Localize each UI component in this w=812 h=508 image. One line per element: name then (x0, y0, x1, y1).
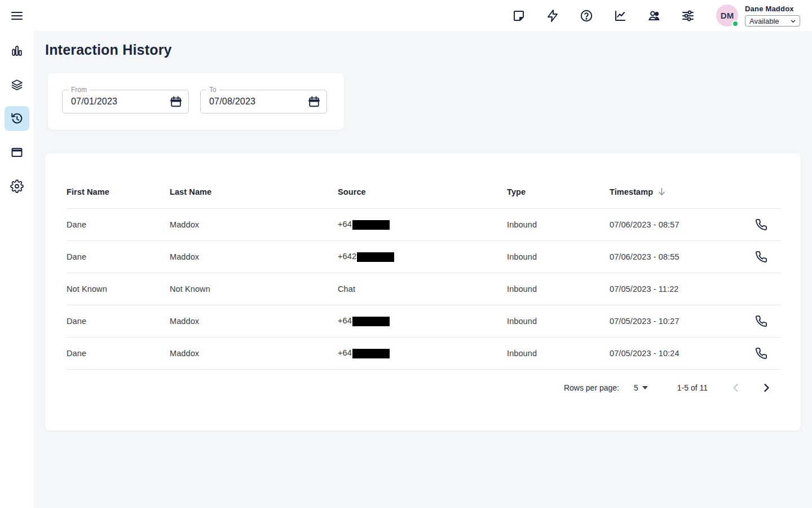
cell-timestamp: 07/05/2023 - 10:24 (610, 349, 731, 358)
cell-type: Inbound (507, 252, 610, 261)
status-select[interactable]: Available (745, 15, 800, 27)
cell-source: Chat (338, 284, 507, 294)
table-header-row: First Name Last Name Source Type Timesta… (67, 167, 781, 209)
user-area: DM Dane Maddox Available (716, 5, 800, 27)
topbar-icon-group (512, 9, 695, 23)
call-button[interactable] (755, 251, 767, 263)
cell-timestamp: 07/05/2023 - 10:27 (610, 317, 731, 326)
history-icon (10, 112, 24, 125)
phone-icon (755, 347, 767, 360)
cell-first-name: Not Known (67, 284, 170, 294)
redaction-box (352, 349, 390, 358)
cell-type: Inbound (507, 284, 610, 294)
table-row[interactable]: Dane Maddox +64 Inbound 07/06/2023 - 08:… (67, 209, 781, 241)
status-dot (732, 20, 739, 27)
avatar[interactable]: DM (716, 5, 738, 27)
table-row[interactable]: Dane Maddox +64 Inbound 07/05/2023 - 10:… (67, 338, 781, 370)
phone-icon (755, 315, 767, 327)
to-date-field[interactable]: To 07/08/2023 (200, 90, 327, 113)
cell-first-name: Dane (67, 252, 170, 261)
to-calendar-button[interactable] (308, 95, 320, 108)
to-date-label: To (206, 86, 219, 94)
from-date-value[interactable]: 07/01/2023 (71, 97, 117, 107)
cell-last-name: Maddox (170, 220, 338, 229)
cell-last-name: Maddox (170, 252, 338, 261)
calendar-icon (170, 95, 182, 108)
help-icon[interactable] (580, 9, 593, 23)
col-header-source[interactable]: Source (338, 187, 507, 196)
cell-first-name: Dane (67, 317, 170, 326)
phone-icon (755, 218, 767, 231)
cell-last-name: Maddox (170, 349, 338, 358)
next-page-button[interactable] (760, 381, 773, 395)
table-row[interactable]: Dane Maddox +64 Inbound 07/05/2023 - 10:… (67, 305, 781, 338)
chevron-left-icon (729, 381, 743, 395)
rows-per-page-select[interactable]: 5 (634, 383, 648, 392)
note-icon[interactable] (512, 9, 526, 23)
sort-desc-arrow-icon[interactable] (657, 187, 667, 196)
analytics-icon[interactable] (614, 9, 627, 23)
layers-icon (10, 78, 24, 91)
cell-source: +64 (338, 316, 507, 326)
bar-chart-icon (10, 44, 24, 58)
from-calendar-button[interactable] (170, 95, 182, 108)
top-bar: DM Dane Maddox Available (0, 0, 812, 31)
cell-source: +64 (338, 348, 507, 358)
phone-icon (755, 251, 767, 263)
cell-timestamp: 07/05/2023 - 11:22 (610, 284, 731, 294)
col-header-last-name[interactable]: Last Name (170, 187, 338, 196)
cell-type: Inbound (507, 317, 610, 326)
col-header-type[interactable]: Type (507, 187, 610, 196)
redaction-box (357, 252, 394, 262)
page-title: Interaction History (45, 42, 172, 58)
table-row[interactable]: Not Known Not Known Chat Inbound 07/05/2… (67, 273, 781, 305)
chevron-right-icon (760, 381, 773, 395)
avatar-initials: DM (721, 11, 734, 20)
window-icon (10, 146, 24, 159)
call-button[interactable] (755, 218, 767, 231)
rows-per-page-label: Rows per page: (564, 383, 619, 392)
status-select-value: Available (749, 17, 779, 25)
gear-icon (10, 179, 24, 193)
col-header-first-name[interactable]: First Name (67, 187, 170, 196)
table-row[interactable]: Dane Maddox +642 Inbound 07/06/2023 - 08… (67, 241, 781, 273)
cell-last-name: Maddox (170, 317, 338, 326)
pagination-range: 1-5 of 11 (677, 383, 708, 392)
from-date-label: From (68, 86, 90, 94)
call-button[interactable] (755, 315, 767, 327)
caret-down-icon (642, 386, 648, 389)
from-date-field[interactable]: From 07/01/2023 (62, 90, 189, 113)
cell-first-name: Dane (67, 220, 170, 229)
sidebar-item-workspace[interactable] (5, 140, 29, 165)
redaction-box (352, 317, 390, 326)
main-content: Interaction History From 07/01/2023 To 0… (34, 31, 812, 508)
sidebar-item-queues[interactable] (5, 72, 29, 97)
cell-timestamp: 07/06/2023 - 08:57 (610, 220, 731, 229)
redaction-box (352, 220, 390, 230)
cell-source: +642 (338, 252, 507, 262)
calendar-icon (308, 95, 320, 108)
cell-first-name: Dane (67, 349, 170, 358)
chevron-down-icon (790, 18, 796, 24)
to-date-value[interactable]: 07/08/2023 (209, 97, 255, 107)
call-button[interactable] (755, 347, 767, 360)
cell-source: +64 (338, 220, 507, 230)
sidebar-item-settings[interactable] (5, 174, 29, 199)
cell-type: Inbound (507, 349, 610, 358)
previous-page-button[interactable] (729, 381, 743, 395)
sidebar-item-interaction-history[interactable] (5, 106, 29, 131)
contacts-icon[interactable] (647, 9, 661, 23)
col-header-timestamp[interactable]: Timestamp (610, 187, 731, 196)
cell-timestamp: 07/06/2023 - 08:55 (610, 252, 731, 261)
cell-last-name: Not Known (170, 284, 338, 294)
user-name: Dane Maddox (745, 5, 800, 13)
preferences-icon[interactable] (681, 9, 695, 23)
sidebar-item-statistics[interactable] (5, 38, 29, 63)
cell-type: Inbound (507, 220, 610, 229)
menu-toggle-button[interactable] (10, 9, 24, 23)
date-filter-card: From 07/01/2023 To 07/08/2023 (48, 73, 344, 130)
rows-per-page-value: 5 (634, 383, 638, 392)
pagination-bar: Rows per page: 5 1-5 of 11 (67, 370, 781, 406)
lightning-icon[interactable] (546, 9, 559, 23)
sidebar-nav (0, 31, 34, 508)
